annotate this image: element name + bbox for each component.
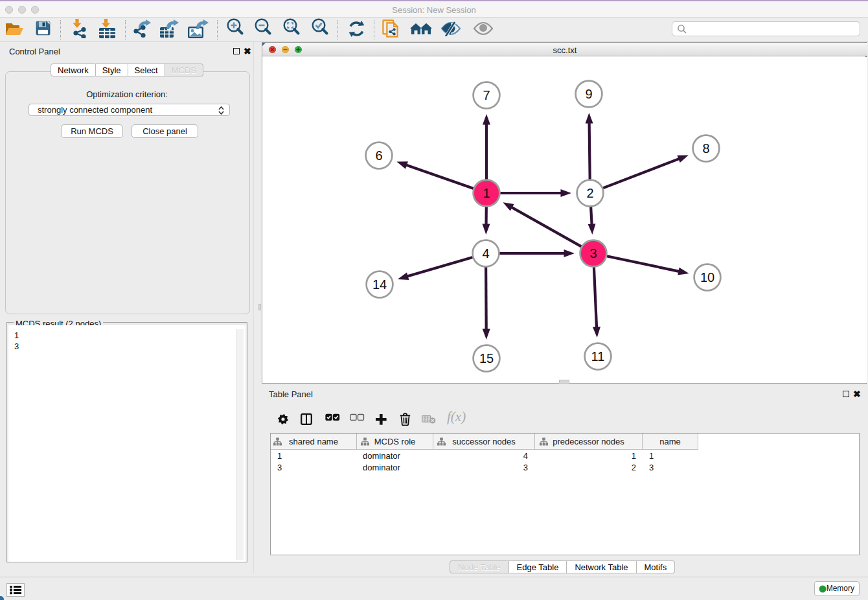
- svg-text:11: 11: [591, 349, 605, 363]
- svg-text:3: 3: [589, 246, 597, 260]
- svg-text:8: 8: [702, 141, 709, 156]
- svg-text:2: 2: [586, 186, 593, 200]
- svg-text:9: 9: [585, 87, 592, 101]
- svg-text:1: 1: [483, 186, 490, 200]
- svg-text:4: 4: [482, 246, 489, 260]
- svg-text:14: 14: [372, 277, 387, 292]
- svg-text:7: 7: [483, 88, 490, 102]
- svg-text:10: 10: [700, 270, 714, 284]
- svg-text:15: 15: [479, 351, 494, 365]
- svg-text:6: 6: [375, 148, 382, 163]
